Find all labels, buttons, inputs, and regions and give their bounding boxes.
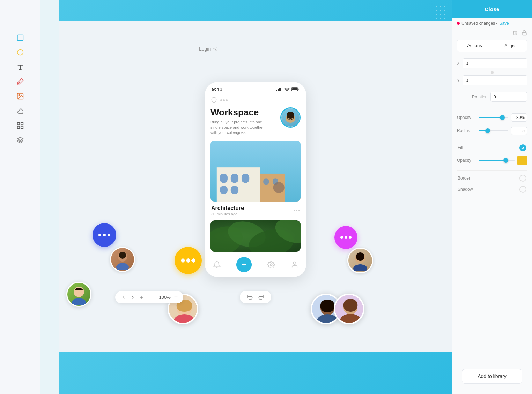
image-tool[interactable] (14, 90, 27, 103)
fill-toggle[interactable] (519, 144, 526, 151)
svg-point-18 (223, 99, 225, 101)
fill-opacity-label: Opacity (457, 158, 476, 163)
fill-opacity-slider[interactable] (479, 160, 515, 161)
svg-rect-31 (263, 178, 269, 185)
svg-rect-28 (220, 186, 228, 194)
svg-point-8 (215, 48, 216, 50)
fill-label: Fill (458, 145, 519, 150)
zoom-minus[interactable]: − (152, 294, 156, 301)
card-time: 30 minutes ago (211, 212, 244, 216)
nav-add-button[interactable] (236, 257, 252, 272)
svg-point-23 (287, 113, 294, 119)
circle-tool[interactable] (14, 46, 27, 59)
status-icons (276, 87, 299, 91)
left-toolbar (0, 0, 40, 394)
y-label: Y (457, 78, 460, 83)
svg-point-52 (72, 298, 86, 305)
rotation-input[interactable] (490, 92, 527, 102)
svg-rect-64 (522, 32, 526, 35)
fill-opacity-row: Opacity (457, 156, 527, 165)
chat-bubble-purple (334, 226, 357, 249)
svg-point-43 (270, 264, 272, 266)
position-section: X W Y H (452, 55, 532, 92)
x-input[interactable] (463, 58, 527, 68)
pen-tool[interactable] (14, 75, 27, 88)
rectangle-tool[interactable] (14, 31, 27, 44)
close-button[interactable]: Close (452, 0, 532, 18)
eraser-tool[interactable] (14, 105, 27, 117)
workspace-section: Workspace Bring all your projects into o… (210, 107, 301, 136)
foliage-image (210, 220, 301, 252)
radius-slider[interactable] (479, 130, 508, 131)
unsaved-dot (457, 22, 460, 25)
svg-point-33 (273, 182, 285, 193)
zoom-plus[interactable]: + (174, 294, 178, 301)
svg-rect-29 (231, 186, 238, 194)
save-link[interactable]: Save (499, 21, 509, 26)
radius-value: 5 (511, 127, 527, 135)
svg-point-34 (294, 210, 295, 211)
border-toggle[interactable] (519, 175, 526, 182)
grid-tool[interactable] (14, 119, 27, 132)
svg-rect-10 (278, 89, 279, 91)
svg-rect-12 (280, 88, 281, 91)
redo-icon[interactable] (258, 294, 264, 300)
svg-point-36 (298, 210, 300, 211)
workspace-title: Workspace (210, 107, 265, 118)
rotation-row: Rotation (452, 92, 532, 107)
phone-frame: 9:41 (205, 82, 306, 277)
phone-header-row (210, 97, 301, 103)
shadow-toggle[interactable] (519, 186, 526, 193)
nav-forward-icon[interactable] (130, 295, 135, 300)
svg-point-13 (287, 91, 287, 91)
opacity-value: 80% (511, 113, 527, 122)
undo-icon[interactable] (247, 294, 253, 300)
svg-rect-6 (17, 126, 19, 128)
lock-icon[interactable] (522, 30, 527, 36)
chat-bubble-blue (93, 223, 116, 247)
border-label: Border (458, 176, 519, 181)
card-title: Architecture (211, 205, 244, 211)
phone-content: Workspace Bring all your projects into o… (205, 94, 306, 252)
opacity-slider[interactable] (479, 117, 508, 118)
right-panel: Close Unsaved changes - Save Actions Ali… (452, 0, 532, 394)
svg-point-49 (353, 264, 367, 271)
add-to-library-button[interactable]: Add to library (462, 369, 522, 384)
svg-point-44 (293, 262, 296, 264)
workspace-text: Workspace Bring all your projects into o… (210, 107, 265, 136)
y-input[interactable] (463, 75, 527, 85)
fill-color-swatch[interactable] (517, 156, 527, 165)
x-label: X (457, 61, 460, 66)
architecture-image (210, 141, 301, 202)
trash-icon[interactable] (512, 30, 518, 36)
actions-tab[interactable]: Actions (457, 40, 492, 52)
svg-point-1 (17, 50, 23, 55)
svg-point-17 (220, 99, 222, 101)
phone-status-bar: 9:41 (205, 82, 306, 94)
nav-back-icon[interactable] (121, 295, 126, 300)
avatar-1 (110, 247, 135, 272)
svg-point-3 (19, 94, 20, 96)
add-frame-icon[interactable] (139, 295, 145, 300)
properties-section: Opacity 80% Radius 5 Fill Opa (452, 110, 532, 200)
svg-rect-4 (17, 123, 19, 125)
svg-rect-5 (21, 123, 23, 125)
svg-rect-16 (292, 88, 297, 90)
canvas-area: Login 9:41 (59, 21, 452, 352)
unsaved-bar: Unsaved changes - Save (452, 18, 532, 29)
svg-rect-24 (217, 167, 260, 202)
svg-rect-7 (21, 126, 23, 128)
align-tab[interactable]: Align (492, 40, 527, 52)
zoom-bar: − 100% + (115, 291, 183, 303)
svg-rect-26 (231, 174, 238, 183)
layers-tool[interactable] (14, 134, 27, 146)
svg-point-50 (356, 252, 364, 261)
radius-label: Radius (457, 128, 476, 133)
opacity-row: Opacity 80% (457, 113, 527, 122)
action-tabs: Actions Align (457, 40, 527, 52)
rotation-label: Rotation (457, 94, 490, 99)
text-tool[interactable] (14, 61, 27, 73)
unsaved-text: Unsaved changes - (461, 21, 497, 26)
opacity-label: Opacity (457, 115, 476, 120)
shadow-label: Shadow (458, 187, 519, 192)
